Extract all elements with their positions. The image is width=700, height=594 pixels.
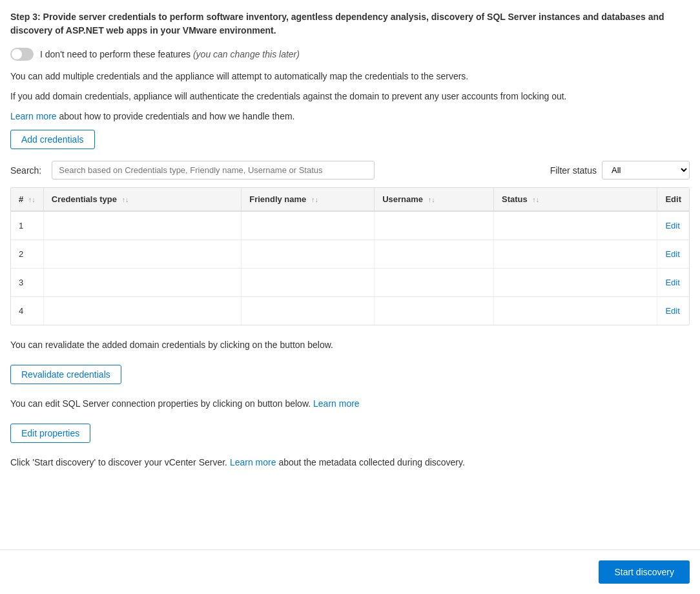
- cell-edit[interactable]: Edit: [657, 211, 689, 240]
- edit-props-learn-more-link[interactable]: Learn more: [313, 398, 360, 409]
- filter-label: Filter status: [550, 165, 597, 176]
- revalidate-section: You can revalidate the added domain cred…: [10, 338, 690, 384]
- cell-friendly-name: [242, 268, 375, 296]
- cell-username: [375, 211, 494, 240]
- edit-props-text: You can edit SQL Server connection prope…: [10, 397, 690, 411]
- table-row: 4 Edit: [11, 296, 689, 325]
- cell-num: 4: [11, 296, 43, 325]
- search-input[interactable]: [52, 161, 375, 179]
- search-label: Search:: [10, 165, 41, 176]
- cell-friendly-name: [242, 296, 375, 325]
- cell-username: [375, 268, 494, 296]
- cell-cred-type: [43, 268, 241, 296]
- learn-more-link-1[interactable]: Learn more: [10, 111, 57, 121]
- edit-link-row-2[interactable]: Edit: [665, 249, 679, 259]
- col-header-edit: Edit: [657, 188, 689, 211]
- cell-edit[interactable]: Edit: [657, 268, 689, 296]
- learn-more-row-1: Learn more about how to provide credenti…: [10, 110, 690, 123]
- revalidate-text: You can revalidate the added domain cred…: [10, 338, 690, 352]
- cell-edit[interactable]: Edit: [657, 240, 689, 268]
- sort-icon-num: ↑↓: [28, 196, 36, 203]
- edit-link-row-4[interactable]: Edit: [665, 306, 679, 316]
- step-title: Step 3: Provide server credentials to pe…: [10, 10, 690, 37]
- edit-link-row-3[interactable]: Edit: [665, 278, 679, 287]
- table-row: 1 Edit: [11, 211, 689, 240]
- cell-status: [494, 240, 657, 268]
- cell-cred-type: [43, 211, 241, 240]
- add-credentials-button[interactable]: Add credentials: [10, 130, 95, 149]
- col-header-cred-type[interactable]: Credentials type ↑↓: [43, 188, 241, 211]
- bottom-learn-more-link[interactable]: Learn more: [230, 457, 276, 467]
- cell-friendly-name: [242, 211, 375, 240]
- cell-edit[interactable]: Edit: [657, 296, 689, 325]
- cell-username: [375, 296, 494, 325]
- sort-icon-cred-type: ↑↓: [122, 196, 129, 203]
- revalidate-credentials-button[interactable]: Revalidate credentials: [10, 365, 121, 384]
- col-header-status[interactable]: Status ↑↓: [494, 188, 657, 211]
- edit-properties-button[interactable]: Edit properties: [10, 424, 90, 443]
- sort-icon-status: ↑↓: [532, 196, 539, 203]
- table-row: 3 Edit: [11, 268, 689, 296]
- bottom-text: Click 'Start discovery' to discover your…: [10, 456, 690, 469]
- cell-num: 1: [11, 211, 43, 240]
- edit-properties-section: You can edit SQL Server connection prope…: [10, 397, 690, 443]
- cell-status: [494, 211, 657, 240]
- cell-cred-type: [43, 240, 241, 268]
- toggle-label: I don't need to perform these features (…: [40, 49, 300, 59]
- cell-status: [494, 296, 657, 325]
- col-header-username[interactable]: Username ↑↓: [375, 188, 494, 211]
- cell-username: [375, 240, 494, 268]
- cell-num: 3: [11, 268, 43, 296]
- edit-link-row-1[interactable]: Edit: [665, 221, 679, 230]
- cell-status: [494, 268, 657, 296]
- cell-friendly-name: [242, 240, 375, 268]
- feature-toggle[interactable]: [10, 48, 34, 61]
- info-text-2: If you add domain credentials, appliance…: [10, 90, 690, 103]
- col-header-friendly-name[interactable]: Friendly name ↑↓: [242, 188, 375, 211]
- col-header-num[interactable]: # ↑↓: [11, 188, 43, 211]
- credentials-table: # ↑↓ Credentials type ↑↓ Friendly name ↑…: [10, 187, 690, 325]
- info-text-1: You can add multiple credentials and the…: [10, 70, 690, 83]
- cell-cred-type: [43, 296, 241, 325]
- sort-icon-friendly-name: ↑↓: [311, 196, 318, 203]
- filter-status-select[interactable]: All Valid Invalid Not validated: [602, 161, 690, 179]
- table-row: 2 Edit: [11, 240, 689, 268]
- cell-num: 2: [11, 240, 43, 268]
- sort-icon-username: ↑↓: [428, 196, 435, 203]
